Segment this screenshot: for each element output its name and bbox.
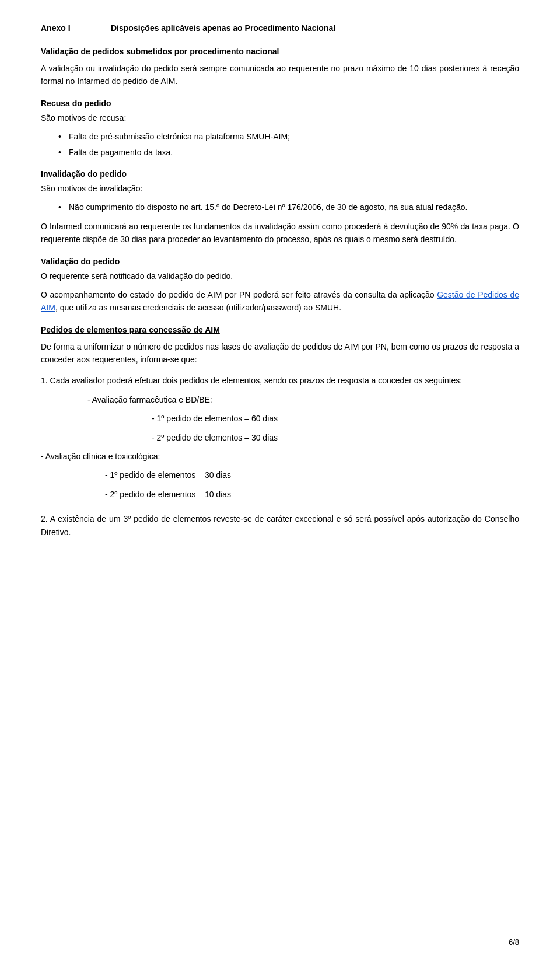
avaliacao-farm-label: - Avaliação farmacêutica e BD/BE: xyxy=(88,393,519,406)
invalidacao-bullets: • Não cumprimento do disposto no art. 15… xyxy=(58,201,519,214)
main-section-block: Validação de pedidos submetidos por proc… xyxy=(41,47,519,88)
recusa-bullet-2: • Falta de pagamento da taxa. xyxy=(58,146,519,159)
validacao-para2: O acompanhamento do estado do pedido de … xyxy=(41,288,519,315)
validacao-para2-end: , que utiliza as mesmas credenciais de a… xyxy=(55,303,341,312)
avaliacao-farm-group: - Avaliação farmacêutica e BD/BE: - 1º p… xyxy=(88,393,519,444)
invalidacao-title: Invalidação do pedido xyxy=(41,169,519,179)
validacao-para1: O requerente será notificado da validaçã… xyxy=(41,270,519,282)
validacao-title: Validação do pedido xyxy=(41,257,519,266)
intro-paragraph: A validação ou invalidação do pedido ser… xyxy=(41,62,519,88)
validacao-block: Validação do pedido O requerente será no… xyxy=(41,257,519,315)
avaliacao-clin-group: - Avaliação clínica e toxicológica: - 1º… xyxy=(41,450,519,501)
recusa-bullet-text-2: Falta de pagamento da taxa. xyxy=(69,146,173,159)
pedidos-item1-title: 1. Cada avaliador poderá efetuar dois pe… xyxy=(41,374,519,387)
avaliacao-clin-label: - Avaliação clínica e toxicológica: xyxy=(41,450,519,463)
annexe-label: Anexo I xyxy=(41,23,99,33)
validacao-para2-start: O acompanhamento do estado do pedido de … xyxy=(41,290,437,299)
recusa-block: Recusa do pedido São motivos de recusa: … xyxy=(41,99,519,159)
pedidos-title-wrapper: Pedidos de elementos para concessão de A… xyxy=(41,325,519,334)
recusa-bullets: • Falta de pré-submissão eletrónica na p… xyxy=(58,130,519,159)
bullet-icon-1: • xyxy=(58,130,69,143)
recusa-bullet-text-1: Falta de pré-submissão eletrónica na pla… xyxy=(69,130,290,143)
invalidacao-subtitle: São motivos de invalidação: xyxy=(41,182,519,195)
page-number: 6/8 xyxy=(509,938,519,946)
pedidos-intro: De forma a uniformizar o número de pedid… xyxy=(41,340,519,366)
invalidacao-block: Invalidação do pedido São motivos de inv… xyxy=(41,169,519,246)
pedido1-clin: - 1º pedido de elementos – 30 dias xyxy=(105,469,519,481)
main-section-title: Validação de pedidos submetidos por proc… xyxy=(41,47,519,56)
recusa-subtitle: São motivos de recusa: xyxy=(41,111,519,124)
recusa-bullet-1: • Falta de pré-submissão eletrónica na p… xyxy=(58,130,519,143)
pedidos-block: Pedidos de elementos para concessão de A… xyxy=(41,325,519,539)
invalidacao-bullet-1: • Não cumprimento do disposto no art. 15… xyxy=(58,201,519,214)
bullet-icon-2: • xyxy=(58,146,69,159)
recusa-title: Recusa do pedido xyxy=(41,99,519,108)
invalidacao-para1: O Infarmed comunicará ao requerente os f… xyxy=(41,220,519,246)
pedidos-clin-items: - 1º pedido de elementos – 30 dias - 2º … xyxy=(105,469,519,501)
pedidos-title: Pedidos de elementos para concessão de A… xyxy=(41,325,220,334)
annexe-title: Disposições aplicáveis apenas ao Procedi… xyxy=(111,23,519,33)
pedidos-item2-title: 2. A existência de um 3º pedido de eleme… xyxy=(41,512,519,539)
invalidacao-bullet-text-1: Não cumprimento do disposto no art. 15.º… xyxy=(69,201,467,214)
page-content: Anexo I Disposições aplicáveis apenas ao… xyxy=(41,23,519,539)
pedido2-farm: - 2º pedido de elementos – 30 dias xyxy=(152,431,519,444)
annexe-header: Anexo I Disposições aplicáveis apenas ao… xyxy=(41,23,519,33)
pedido2-clin: - 2º pedido de elementos – 10 dias xyxy=(105,488,519,501)
pedido1-farm: - 1º pedido de elementos – 60 dias xyxy=(152,412,519,425)
pedidos-farm-items: - 1º pedido de elementos – 60 dias - 2º … xyxy=(152,412,519,444)
bullet-icon-3: • xyxy=(58,201,69,214)
